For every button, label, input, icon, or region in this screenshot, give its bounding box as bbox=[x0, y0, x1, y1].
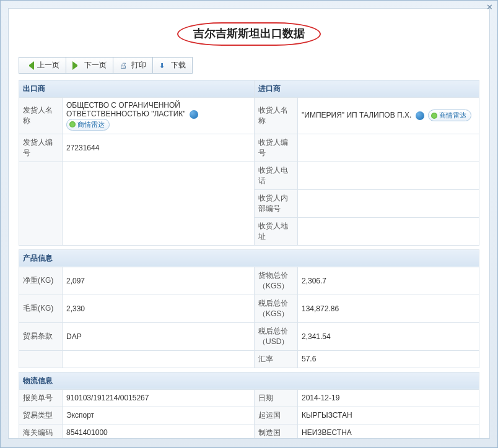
product-table: 产品信息 净重(KG) 2,097 货物总价（KGS） 2,306.7 毛重(K… bbox=[19, 249, 479, 368]
lbl-consignee-code: 收货人编号 bbox=[255, 134, 298, 162]
exporter-header: 出口商 bbox=[19, 80, 255, 98]
val-rate: 57.6 bbox=[298, 350, 479, 368]
lbl-total-kgs: 货物总价（KGS） bbox=[255, 267, 298, 295]
globe-icon[interactable] bbox=[416, 111, 424, 120]
lbl-consignee-name: 收货人名称 bbox=[255, 98, 298, 134]
radar-label: 商情雷达 bbox=[439, 111, 466, 120]
val-shipper-code: 27231644 bbox=[63, 134, 255, 162]
lbl-aftertax-kgs: 税后总价（KGS） bbox=[255, 295, 298, 322]
lbl-gross-weight: 毛重(KG) bbox=[19, 295, 63, 322]
arrow-left-icon bbox=[25, 61, 34, 70]
val-date: 2014-12-19 bbox=[298, 389, 479, 407]
arrow-right-icon bbox=[72, 61, 81, 70]
download-icon bbox=[159, 61, 168, 70]
title-wrap: 吉尔吉斯斯坦出口数据 bbox=[19, 22, 479, 46]
importer-header: 进口商 bbox=[255, 80, 479, 98]
lbl-aftertax-usd: 税后总价（USD） bbox=[255, 322, 298, 350]
lbl-hs-code: 海关编码 bbox=[19, 424, 63, 439]
val-hs-code: 8541401000 bbox=[63, 424, 255, 439]
print-label: 打印 bbox=[131, 60, 146, 71]
consignee-name-text: "ИМПЕРИЯ" ИП ТАЛИПОВ П.Х. bbox=[302, 111, 411, 119]
shipper-name-text: ОБЩЕСТВО С ОГРАНИЧЕННОЙ ОТВЕТСТВЕННОСТЬЮ… bbox=[66, 101, 186, 118]
radar-icon bbox=[431, 113, 437, 119]
prev-button[interactable]: 上一页 bbox=[19, 57, 66, 74]
empty-cell bbox=[63, 162, 255, 245]
lbl-consignee-addr: 收货人地址 bbox=[255, 217, 298, 245]
val-trade-terms: DAP bbox=[63, 322, 255, 350]
lbl-rate: 汇率 bbox=[255, 350, 298, 368]
radar-icon bbox=[69, 121, 76, 127]
logistics-table: 物流信息 报关单号 910103/191214/0015267 日期 2014-… bbox=[19, 372, 479, 439]
next-label: 下一页 bbox=[84, 60, 107, 71]
radar-button[interactable]: 商情雷达 bbox=[428, 110, 471, 121]
lbl-shipper-name: 发货人名称 bbox=[19, 98, 63, 134]
toolbar: 上一页 下一页 打印 下载 bbox=[19, 57, 479, 74]
prev-label: 上一页 bbox=[37, 60, 59, 71]
lbl-origin-ship: 起运国 bbox=[255, 407, 298, 424]
party-table: 出口商 进口商 发货人名称 ОБЩЕСТВО С ОГРАНИЧЕННОЙ ОТ… bbox=[19, 80, 479, 246]
empty-cell bbox=[19, 350, 63, 368]
lbl-declaration-no: 报关单号 bbox=[19, 389, 63, 407]
val-gross-weight: 2,330 bbox=[63, 295, 255, 322]
empty-cell bbox=[63, 350, 255, 368]
val-aftertax-kgs: 134,872.86 bbox=[298, 295, 479, 322]
val-consignee-name: "ИМПЕРИЯ" ИП ТАЛИПОВ П.Х. 商情雷达 bbox=[298, 98, 479, 134]
val-consignee-addr bbox=[298, 217, 479, 245]
download-label: 下载 bbox=[171, 60, 186, 71]
lbl-shipper-code: 发货人编号 bbox=[19, 134, 63, 162]
val-consignee-phone bbox=[298, 162, 479, 189]
lbl-trade-type: 贸易类型 bbox=[19, 407, 63, 424]
page-title: 吉尔吉斯斯坦出口数据 bbox=[177, 22, 321, 46]
printer-icon bbox=[120, 61, 128, 70]
val-declaration-no: 910103/191214/0015267 bbox=[63, 389, 255, 407]
radar-label: 商情雷达 bbox=[77, 120, 105, 129]
close-icon[interactable]: ✕ bbox=[485, 3, 494, 12]
val-total-kgs: 2,306.7 bbox=[298, 267, 479, 295]
lbl-net-weight: 净重(KG) bbox=[19, 267, 63, 295]
val-mfg-country: НЕИЗВЕСТНА bbox=[298, 424, 479, 439]
dialog-window: ✕ 吉尔吉斯斯坦出口数据 上一页 下一页 打印 下载 bbox=[0, 0, 498, 448]
next-button[interactable]: 下一页 bbox=[66, 57, 113, 74]
lbl-consignee-phone: 收货人电话 bbox=[255, 162, 298, 189]
val-aftertax-usd: 2,341.54 bbox=[298, 322, 479, 350]
val-origin-ship: КЫРГЫЗСТАН bbox=[298, 407, 479, 424]
globe-icon[interactable] bbox=[190, 110, 198, 119]
lbl-date: 日期 bbox=[255, 389, 298, 407]
empty-cell bbox=[19, 162, 63, 245]
val-consignee-code bbox=[298, 134, 479, 162]
lbl-trade-terms: 贸易条款 bbox=[19, 322, 63, 350]
lbl-consignee-internal: 收货人内部编号 bbox=[255, 189, 298, 217]
val-shipper-name: ОБЩЕСТВО С ОГРАНИЧЕННОЙ ОТВЕТСТВЕННОСТЬЮ… bbox=[63, 98, 255, 134]
print-button[interactable]: 打印 bbox=[113, 57, 153, 74]
val-net-weight: 2,097 bbox=[63, 267, 255, 295]
download-button[interactable]: 下载 bbox=[152, 57, 193, 74]
content-panel: 吉尔吉斯斯坦出口数据 上一页 下一页 打印 下载 出口 bbox=[8, 8, 490, 439]
logistics-header: 物流信息 bbox=[19, 372, 479, 389]
val-consignee-internal bbox=[298, 189, 479, 217]
radar-button[interactable]: 商情雷达 bbox=[66, 119, 110, 131]
val-trade-type: Экспорт bbox=[63, 407, 255, 424]
product-header: 产品信息 bbox=[19, 249, 479, 267]
lbl-mfg-country: 制造国 bbox=[255, 424, 298, 439]
